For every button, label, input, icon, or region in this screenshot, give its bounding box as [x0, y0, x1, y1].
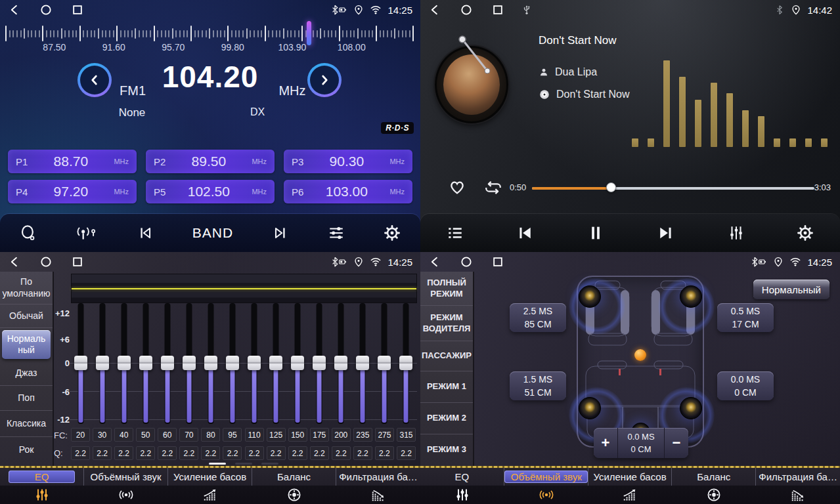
front-right-delay-button[interactable]: 0.5 MS 17 CM	[717, 303, 774, 332]
equalizer-button[interactable]	[728, 224, 745, 242]
eq-band-slider[interactable]	[312, 303, 326, 425]
eq-band-slider[interactable]	[182, 303, 196, 425]
previous-station-button[interactable]	[137, 224, 154, 242]
increase-delay-button[interactable]: +	[594, 428, 617, 458]
eq-band-slider[interactable]	[399, 303, 413, 425]
slider-handle[interactable]	[204, 356, 217, 370]
rear-right-delay-button[interactable]: 0.0 MS 0 CM	[717, 371, 774, 400]
eq-preset-pop[interactable]: Поп	[0, 386, 53, 411]
eq-band-slider[interactable]	[269, 303, 283, 425]
equalizer-button[interactable]	[328, 224, 345, 242]
scan-button[interactable]	[20, 224, 37, 242]
slider-handle[interactable]	[291, 356, 304, 370]
slider-handle[interactable]	[161, 356, 174, 370]
preset-button-6[interactable]: P6 103.00 MHz	[284, 180, 412, 203]
home-button[interactable]	[39, 255, 53, 268]
front-left-delay-button[interactable]: 2.5 MS 85 CM	[510, 303, 566, 332]
eq-band-slider[interactable]	[355, 303, 370, 425]
home-button[interactable]	[460, 3, 473, 16]
decrease-delay-button[interactable]: −	[665, 428, 688, 458]
slider-handle[interactable]	[183, 356, 196, 370]
slider-handle[interactable]	[334, 356, 347, 370]
tab-surround[interactable]: Объёмный звук	[84, 468, 168, 504]
tab-balance[interactable]: Баланс	[672, 468, 756, 504]
eq-preset-rock[interactable]: Рок	[0, 437, 53, 463]
preset-button-1[interactable]: P1 88.70 MHz	[8, 150, 137, 173]
repeat-button[interactable]	[483, 178, 503, 198]
mode-2[interactable]: РЕЖИМ 2	[420, 403, 473, 434]
eq-preset-normal[interactable]: Нормальный	[2, 330, 51, 359]
recents-button[interactable]	[491, 3, 504, 16]
slider-handle[interactable]	[118, 356, 131, 370]
home-button[interactable]	[39, 3, 53, 16]
slider-handle[interactable]	[74, 356, 87, 370]
settings-button[interactable]	[797, 224, 814, 242]
slider-handle[interactable]	[356, 356, 369, 370]
tab-eq[interactable]: EQ	[0, 468, 84, 504]
next-track-button[interactable]	[657, 224, 675, 242]
eq-band-slider[interactable]	[74, 303, 88, 425]
eq-preset-classic[interactable]: Классика	[0, 411, 53, 437]
mode-driver[interactable]: РЕЖИМ ВОДИТЕЛЯ	[420, 306, 473, 341]
eq-band-slider[interactable]	[377, 303, 391, 425]
settings-button[interactable]	[384, 224, 401, 242]
slider-handle[interactable]	[269, 356, 282, 370]
seek-up-button[interactable]	[307, 63, 342, 97]
recents-button[interactable]	[71, 3, 84, 16]
mode-3[interactable]: РЕЖИМ 3	[420, 434, 473, 465]
tab-filter[interactable]: Фильтрация ба…	[756, 468, 840, 504]
slider-handle[interactable]	[248, 356, 261, 370]
previous-track-button[interactable]	[516, 224, 534, 242]
eq-preset-default[interactable]: По умолчанию	[0, 272, 53, 304]
eq-preset-jazz[interactable]: Джаз	[0, 361, 53, 386]
recents-button[interactable]	[491, 255, 504, 268]
auto-search-button[interactable]	[76, 224, 98, 242]
eq-band-slider[interactable]	[117, 303, 131, 425]
eq-preset-custom[interactable]: Обычай	[0, 304, 53, 328]
eq-band-slider[interactable]	[139, 303, 153, 425]
slider-handle[interactable]	[226, 356, 239, 370]
slider-handle[interactable]	[399, 356, 412, 370]
preset-button-3[interactable]: P3 90.30 MHz	[284, 150, 412, 173]
preset-button-5[interactable]: P5 102.50 MHz	[146, 180, 275, 203]
listening-position-marker[interactable]	[634, 349, 646, 361]
slider-handle[interactable]	[96, 356, 109, 370]
field-preset-button[interactable]: Нормальный	[753, 280, 829, 299]
tab-bass[interactable]: Усиление басов	[588, 468, 673, 504]
eq-band-slider[interactable]	[225, 303, 240, 425]
eq-band-slider[interactable]	[290, 303, 305, 425]
mode-passenger[interactable]: ПАССАЖИР	[420, 341, 473, 371]
eq-band-slider[interactable]	[334, 303, 348, 425]
eq-band-slider[interactable]	[160, 303, 175, 425]
playlist-button[interactable]	[447, 224, 464, 242]
mode-full[interactable]: ПОЛНЫЙ РЕЖИМ	[420, 272, 473, 306]
preset-button-4[interactable]: P4 97.20 MHz	[8, 180, 137, 203]
recents-button[interactable]	[71, 255, 84, 268]
back-button[interactable]	[8, 3, 21, 16]
tab-filter[interactable]: Фильтрация ба…	[336, 468, 420, 504]
preset-button-2[interactable]: P2 89.50 MHz	[146, 150, 275, 173]
band-button[interactable]: BAND	[192, 225, 233, 241]
slider-handle[interactable]	[378, 356, 391, 370]
eq-band-slider[interactable]	[95, 303, 110, 425]
tab-bass[interactable]: Усиление басов	[168, 468, 252, 504]
back-button[interactable]	[428, 255, 441, 268]
favorite-button[interactable]	[448, 178, 466, 196]
eq-band-slider[interactable]	[204, 303, 218, 425]
tab-balance[interactable]: Баланс	[252, 468, 336, 504]
mode-1[interactable]: РЕЖИМ 1	[420, 371, 473, 403]
progress-slider[interactable]	[532, 182, 814, 193]
tab-surround[interactable]: Объёмный звук	[504, 468, 588, 504]
rear-left-delay-button[interactable]: 1.5 MS 51 CM	[510, 371, 566, 400]
tab-eq[interactable]: EQ	[420, 468, 504, 504]
progress-knob[interactable]	[606, 182, 616, 192]
slider-handle[interactable]	[139, 356, 152, 370]
eq-band-slider[interactable]	[247, 303, 261, 425]
back-button[interactable]	[428, 3, 441, 16]
home-button[interactable]	[460, 255, 473, 268]
next-station-button[interactable]	[272, 224, 289, 242]
frequency-scale-ticks[interactable]	[5, 24, 415, 43]
seek-down-button[interactable]	[77, 63, 112, 97]
slider-handle[interactable]	[313, 356, 326, 370]
pause-button[interactable]	[586, 224, 605, 242]
